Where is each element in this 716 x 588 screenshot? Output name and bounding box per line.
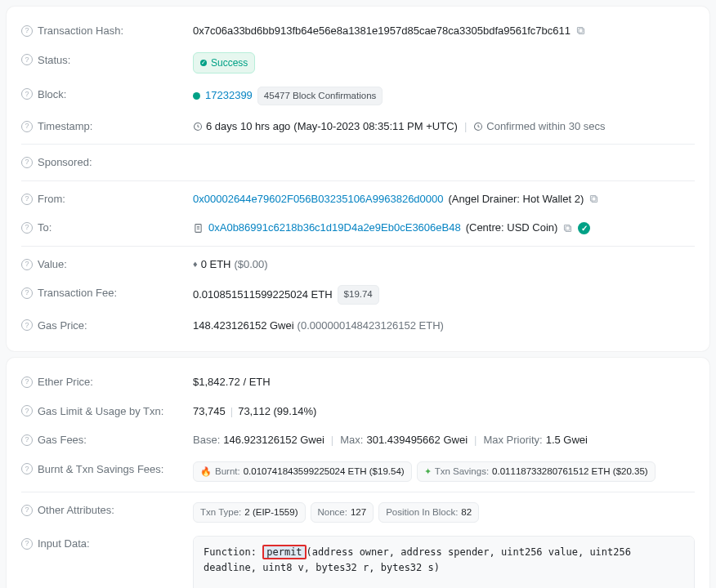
help-icon[interactable]: ?: [21, 463, 33, 474]
burnt-value: 0.010741843599225024 ETH ($19.54): [244, 465, 405, 479]
flame-icon: 🔥: [200, 465, 212, 479]
help-icon[interactable]: ?: [21, 505, 33, 516]
gas-price-gwei: 148.423126152 Gwei: [193, 318, 294, 334]
help-icon[interactable]: ?: [21, 54, 33, 65]
txn-hash-value: 0x7c06a33bd6bb913fb64e56e8a1381e1957d85c…: [193, 23, 571, 39]
gas-limit: 73,745: [193, 403, 226, 420]
help-icon[interactable]: ?: [21, 434, 33, 446]
value-amount: 0 ETH: [201, 256, 231, 273]
svg-rect-1: [577, 28, 583, 33]
to-address-link[interactable]: 0xA0b86991c6218b36c1d19D4a2e9Eb0cE3606eB…: [208, 220, 461, 236]
svg-rect-8: [565, 225, 571, 230]
ether-price-value: $1,842.72 / ETH: [193, 374, 271, 390]
txn-fee-amount: 0.010851511599225024 ETH: [193, 287, 333, 303]
savings-label: Txn Savings:: [435, 465, 489, 479]
to-tag: (Centre: USD Coin): [466, 220, 558, 236]
help-icon[interactable]: ?: [21, 287, 33, 299]
status-badge: Success: [193, 52, 255, 74]
row-status: ? Status: Success: [21, 46, 695, 80]
svg-rect-7: [566, 226, 571, 232]
row-input-data: ? Input Data: Function: permit(address o…: [21, 529, 695, 588]
from-tag: (Angel Drainer: Hot Wallet 2): [449, 191, 584, 207]
row-txn-hash: ? Transaction Hash: 0x7c06a33bd6bb913fb6…: [21, 16, 695, 46]
row-gas-limit-usage: ? Gas Limit & Usage by Txn: 73,745 | 73,…: [21, 397, 695, 426]
help-icon[interactable]: ?: [21, 319, 33, 331]
svg-rect-4: [592, 197, 597, 203]
eth-icon: ♦: [193, 257, 198, 271]
savings-badge: ✦ Txn Savings: 0.01118733280761512 ETH (…: [417, 461, 656, 482]
row-from: ? From: 0x00002644e79602F056B03235106A99…: [21, 180, 695, 214]
copy-icon[interactable]: [575, 25, 586, 36]
help-icon[interactable]: ?: [21, 121, 33, 132]
svg-rect-0: [579, 29, 584, 34]
nonce-label: Nonce:: [318, 506, 347, 519]
label-to: To:: [38, 220, 51, 236]
help-icon[interactable]: ?: [21, 259, 33, 270]
nonce-value: 127: [351, 506, 366, 519]
row-txn-fee: ? Transaction Fee: 0.010851511599225024 …: [21, 278, 695, 310]
copy-icon[interactable]: [588, 194, 599, 204]
max-label: Max:: [340, 432, 363, 448]
timestamp-confirmed: Confirmed within 30 secs: [486, 118, 605, 135]
copy-icon[interactable]: [562, 223, 573, 234]
label-txn-hash: Transaction Hash:: [38, 23, 123, 39]
label-other-attrs: Other Attributes:: [38, 502, 114, 519]
row-sponsored: ? Sponsored:: [21, 144, 695, 177]
txn-type-label: Txn Type:: [200, 506, 241, 519]
verified-contract-icon: ✓: [578, 222, 590, 234]
status-text: Success: [211, 56, 248, 70]
block-pos-badge: Position In Block: 82: [378, 502, 479, 523]
label-input-data: Input Data:: [38, 536, 90, 552]
from-address-link[interactable]: 0x00002644e79602F056B03235106A9963826d00…: [193, 191, 444, 207]
leaf-icon: ✦: [424, 465, 432, 479]
label-gas-limit-usage: Gas Limit & Usage by Txn:: [38, 403, 163, 420]
burnt-badge: 🔥 Burnt: 0.010741843599225024 ETH ($19.5…: [193, 461, 412, 482]
savings-value: 0.01118733280761512 ETH ($20.35): [492, 465, 648, 479]
label-from: From:: [38, 191, 65, 207]
clock-icon: [193, 122, 203, 131]
help-icon[interactable]: ?: [21, 222, 33, 234]
contract-icon: [193, 223, 204, 234]
row-ether-price: ? Ether Price: $1,842.72 / ETH: [21, 368, 695, 397]
txn-details-card: ? Ether Price: $1,842.72 / ETH ? Gas Lim…: [7, 358, 709, 588]
row-gas-fees: ? Gas Fees: Base: 146.923126152 Gwei | M…: [21, 425, 695, 455]
nonce-badge: Nonce: 127: [311, 502, 374, 523]
block-confirm-badge: 45477 Block Confirmations: [257, 87, 383, 105]
prio-label: Max Priority:: [483, 432, 542, 448]
help-icon[interactable]: ?: [21, 88, 33, 100]
gas-used: 73,112 (99.14%): [238, 403, 316, 420]
help-icon[interactable]: ?: [21, 405, 33, 416]
label-gas-fees: Gas Fees:: [38, 432, 87, 448]
txn-fee-usd-badge: $19.74: [338, 285, 379, 304]
row-other-attrs: ? Other Attributes: Txn Type: 2 (EIP-155…: [21, 492, 695, 529]
timestamp-rel: 6 days 10 hrs ago: [206, 118, 290, 135]
svg-rect-5: [591, 195, 597, 201]
txn-overview-card: ? Transaction Hash: 0x7c06a33bd6bb913fb6…: [7, 7, 709, 351]
label-timestamp: Timestamp:: [38, 118, 92, 135]
help-icon[interactable]: ?: [21, 157, 33, 168]
timestamp-abs: (May-10-2023 08:35:11 PM +UTC): [293, 118, 458, 135]
label-value: Value:: [38, 256, 67, 273]
help-icon[interactable]: ?: [21, 538, 33, 550]
base-label: Base:: [193, 432, 220, 448]
label-ether-price: Ether Price:: [38, 374, 93, 390]
help-icon[interactable]: ?: [21, 25, 33, 37]
label-gas-price: Gas Price:: [38, 318, 87, 334]
label-block: Block:: [38, 87, 66, 103]
function-name-highlight: permit: [262, 545, 306, 559]
label-txn-fee: Transaction Fee:: [38, 285, 117, 301]
row-gas-price: ? Gas Price: 148.423126152 Gwei (0.00000…: [21, 311, 695, 341]
row-burnt-savings: ? Burnt & Txn Savings Fees: 🔥 Burnt: 0.0…: [21, 455, 695, 488]
input-data-textarea[interactable]: Function: permit(address owner, address …: [193, 536, 695, 588]
help-icon[interactable]: ?: [21, 194, 33, 205]
svg-rect-6: [195, 224, 201, 232]
block-number-link[interactable]: 17232399: [205, 87, 253, 104]
txn-type-badge: Txn Type: 2 (EIP-1559): [193, 502, 306, 523]
help-icon[interactable]: ?: [21, 376, 33, 388]
pos-label: Position In Block:: [386, 506, 458, 519]
pos-value: 82: [461, 506, 472, 519]
base-value: 146.923126152 Gwei: [223, 432, 324, 448]
check-icon: [200, 60, 207, 66]
burnt-label: Burnt:: [215, 465, 240, 479]
label-status: Status:: [38, 52, 70, 69]
